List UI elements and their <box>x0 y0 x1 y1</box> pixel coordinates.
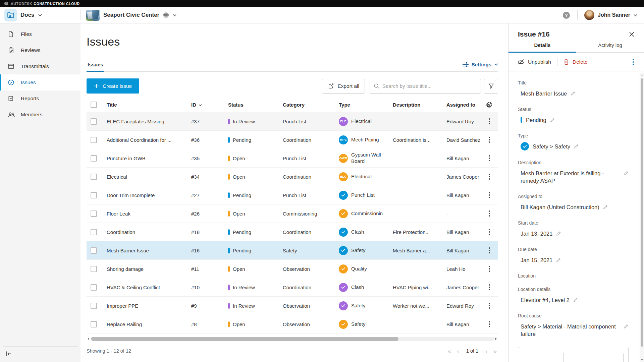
row-menu-button[interactable] <box>487 208 492 219</box>
table-row[interactable]: Improper PPE#9In ReviewObservationSafety… <box>87 297 498 315</box>
edit-pencil-icon[interactable] <box>624 324 629 329</box>
panel-menu-button[interactable] <box>631 57 636 67</box>
edit-pencil-icon[interactable] <box>571 91 576 96</box>
sidebar-item-reviews[interactable]: Reviews <box>0 42 80 58</box>
chevron-down-icon <box>494 63 498 66</box>
row-checkbox[interactable] <box>91 247 97 254</box>
row-checkbox[interactable] <box>91 192 97 198</box>
column-header-description[interactable]: Description <box>391 102 444 108</box>
row-checkbox[interactable] <box>91 303 97 309</box>
search-input[interactable] <box>382 83 477 89</box>
sidebar-item-members[interactable]: Members <box>0 107 80 123</box>
table-row[interactable]: Door Trim Incomplete#27PendingPunch List… <box>87 186 498 204</box>
sidebar-item-files[interactable]: Files <box>0 26 80 42</box>
category-cell: Commissioning <box>279 211 335 217</box>
table-row[interactable]: HVAC & Ceiling Conflict#10In ReviewCoord… <box>87 278 498 297</box>
row-menu-button[interactable] <box>487 319 492 329</box>
row-checkbox[interactable] <box>91 137 97 143</box>
table-row[interactable]: Electrical#34OpenCoordinationELCElectric… <box>87 168 498 186</box>
scroll-up-arrow[interactable] <box>641 74 643 75</box>
edit-pencil-icon[interactable] <box>624 171 629 176</box>
sidebar-item-issues[interactable]: Issues <box>0 74 80 90</box>
edit-pencil-icon[interactable] <box>574 144 579 149</box>
tab-activity-log[interactable]: Activity log <box>576 42 644 52</box>
gear-icon[interactable] <box>486 101 493 108</box>
prev-page-button[interactable]: ‹ <box>457 348 459 354</box>
tab-issues[interactable]: Issues <box>87 62 104 72</box>
panel-scrollbar[interactable] <box>640 73 644 362</box>
row-menu-button[interactable] <box>487 264 492 274</box>
collapse-sidebar-button[interactable] <box>5 351 12 357</box>
row-menu-button[interactable] <box>487 153 492 163</box>
module-selector[interactable]: Docs <box>0 9 80 21</box>
issue-title-cell: Improper PPE <box>103 303 188 309</box>
table-row[interactable]: Coordination#18PendingCoordinationClashF… <box>87 223 498 241</box>
row-menu-button[interactable] <box>487 190 492 200</box>
row-menu-button[interactable] <box>487 227 492 237</box>
help-icon[interactable]: ? <box>563 12 570 19</box>
export-all-button[interactable]: Export all <box>322 79 365 94</box>
settings-button[interactable]: Settings <box>463 62 498 71</box>
row-menu-button[interactable] <box>487 301 492 311</box>
globe-icon <box>163 12 169 18</box>
row-menu-button[interactable] <box>487 135 492 145</box>
column-header-category[interactable]: Category <box>279 102 335 108</box>
unpublish-button[interactable]: Unpublish <box>517 59 551 65</box>
row-menu-button[interactable] <box>487 116 492 126</box>
column-header-status[interactable]: Status <box>225 102 279 108</box>
row-menu-button[interactable] <box>487 245 492 255</box>
scrollbar-thumb[interactable] <box>91 337 398 341</box>
row-checkbox[interactable] <box>91 155 97 162</box>
table-row[interactable]: ELEC Faceplates Missing#37In ReviewPunch… <box>87 112 498 131</box>
column-header-assigned-to[interactable]: Assigned to <box>444 102 483 108</box>
row-checkbox[interactable] <box>91 284 97 291</box>
close-icon[interactable] <box>629 32 635 37</box>
scroll-left-arrow[interactable] <box>87 338 89 340</box>
column-header-type[interactable]: Type <box>335 102 391 108</box>
row-checkbox[interactable] <box>91 174 97 180</box>
select-all-checkbox[interactable] <box>91 102 97 108</box>
table-row[interactable]: Replace Railing#8OpenObservationSafetyBi… <box>87 315 498 334</box>
horizontal-scrollbar[interactable] <box>87 337 498 341</box>
delete-button[interactable]: Delete <box>564 59 588 65</box>
table-row[interactable]: Floor Leak#26OpenCommissioningCommission… <box>87 204 498 223</box>
row-menu-button[interactable] <box>487 172 492 182</box>
row-checkbox[interactable] <box>91 266 97 272</box>
sidebar-item-reports[interactable]: Reports <box>0 90 80 107</box>
first-page-button[interactable]: « <box>448 348 451 354</box>
last-page-button[interactable]: » <box>493 348 497 354</box>
create-issue-button[interactable]: Create issue <box>87 78 139 94</box>
row-checkbox[interactable] <box>91 321 97 327</box>
edit-pencil-icon[interactable] <box>573 297 578 302</box>
category-cell: Coordination <box>279 137 335 143</box>
scrollbar-track[interactable] <box>90 337 494 341</box>
edit-pencil-icon[interactable] <box>556 231 561 236</box>
panel-scrollbar-thumb[interactable] <box>641 78 643 347</box>
row-checkbox[interactable] <box>91 118 97 125</box>
tab-details[interactable]: Details <box>508 42 576 53</box>
edit-pencil-icon[interactable] <box>603 204 608 209</box>
column-header-title[interactable]: Title <box>103 102 188 108</box>
table-row[interactable]: Puncture in GWB#35OpenPunch ListGWBGypsu… <box>87 149 498 168</box>
type-cell: Quality <box>335 264 391 274</box>
scroll-down-arrow[interactable] <box>641 359 643 360</box>
next-page-button[interactable]: › <box>485 348 487 354</box>
sidebar-item-label: Transmittals <box>21 63 49 69</box>
page-indicator: 1 of 1 <box>466 348 478 354</box>
table-row[interactable]: Shoring damage#11OpenObservationQualityL… <box>87 260 498 278</box>
row-checkbox[interactable] <box>91 229 97 235</box>
project-selector[interactable]: Seaport Civic Center <box>81 10 182 21</box>
edit-pencil-icon[interactable] <box>550 117 555 122</box>
table-row[interactable]: Additional Coordination for ...#36Pendin… <box>87 131 498 149</box>
column-header-id[interactable]: ID <box>188 102 225 108</box>
row-menu-button[interactable] <box>487 282 492 292</box>
panel-bottom-inner-box[interactable] <box>563 353 624 362</box>
user-menu[interactable]: John Sanner <box>578 10 644 20</box>
sidebar-item-transmittals[interactable]: Transmittals <box>0 58 80 74</box>
panel-bottom-box[interactable] <box>518 347 629 362</box>
filter-button[interactable] <box>484 79 498 94</box>
row-checkbox[interactable] <box>91 210 97 217</box>
table-row[interactable]: Mesh Barrier Issue#16PendingSafetySafety… <box>87 241 498 260</box>
scroll-right-arrow[interactable] <box>495 338 498 340</box>
edit-pencil-icon[interactable] <box>556 257 561 262</box>
